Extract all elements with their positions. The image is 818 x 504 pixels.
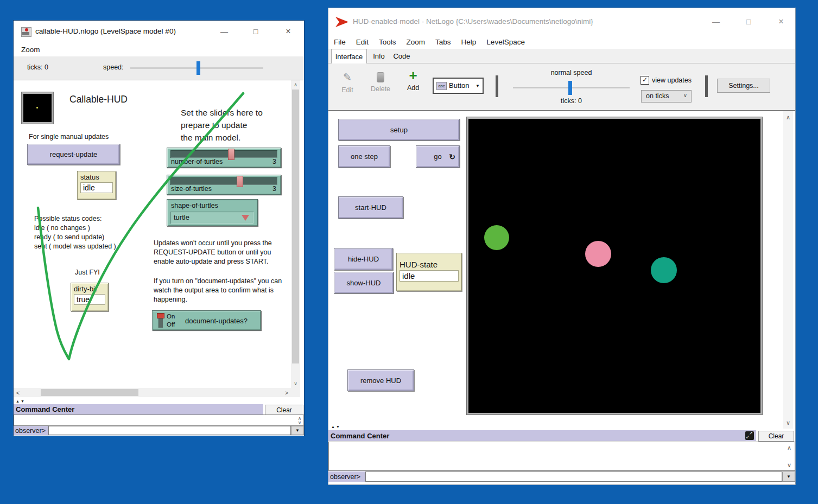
- menu-file[interactable]: File: [334, 38, 346, 46]
- mini-world-view: [22, 92, 53, 124]
- view-updates-checkbox[interactable]: ✓: [641, 76, 649, 85]
- setup-button[interactable]: setup: [338, 119, 460, 141]
- slider-track[interactable]: [170, 177, 277, 185]
- switch-toggle[interactable]: [157, 313, 164, 328]
- hud-state-value: idle: [400, 270, 459, 282]
- history-dropdown-button[interactable]: ▼: [291, 426, 304, 435]
- status-monitor: status idle: [77, 171, 116, 200]
- scroll-down-icon[interactable]: ∨: [783, 419, 793, 426]
- left-vertical-scrollbar[interactable]: ∧ ∨: [291, 80, 300, 388]
- scroll-thumb[interactable]: [292, 90, 299, 363]
- speed-slider-handle[interactable]: [196, 61, 200, 75]
- tab-info[interactable]: Info: [368, 49, 390, 63]
- interface-area: setup one step go ↻ start-HUD hide-HUD s…: [328, 111, 795, 429]
- remove-hud-button[interactable]: remove HUD: [347, 369, 414, 391]
- start-hud-label: start-HUD: [355, 203, 386, 212]
- command-input[interactable]: [365, 471, 782, 482]
- go-button[interactable]: go ↻: [416, 145, 460, 168]
- left-menubar: Zoom: [14, 42, 304, 57]
- add-button[interactable]: + Add: [401, 69, 425, 104]
- update-note-1: Updates won't occur until you press the …: [154, 239, 291, 266]
- chooser-box[interactable]: turtle: [170, 212, 253, 224]
- scroll-up-icon[interactable]: ∧: [786, 445, 792, 450]
- netlogo-logo-icon: [335, 17, 348, 27]
- tab-code[interactable]: Code: [390, 49, 414, 63]
- levelspace-model-window: callable-HUD.nlogo (LevelSpace model #0)…: [14, 21, 304, 436]
- start-hud-button[interactable]: start-HUD: [338, 196, 403, 219]
- scroll-corner: [291, 388, 300, 397]
- command-center-header[interactable]: Command Center: [14, 404, 263, 414]
- sliders-note-line: the main model.: [181, 131, 263, 144]
- request-update-button[interactable]: request-update: [27, 144, 120, 165]
- scroll-down-icon[interactable]: ∨: [291, 379, 300, 388]
- splitter-handle[interactable]: ▲▼: [16, 399, 26, 403]
- left-speed-strip: ticks: 0 speed:: [14, 56, 304, 80]
- switch-off-label: Off: [167, 321, 175, 329]
- hide-hud-button[interactable]: hide-HUD: [334, 248, 393, 270]
- show-hud-button[interactable]: show-HUD: [334, 272, 394, 294]
- menu-zoom[interactable]: Zoom: [407, 38, 426, 46]
- slider-value: 3: [272, 185, 276, 193]
- history-dropdown-button[interactable]: ▼: [782, 471, 795, 482]
- scroll-right-icon[interactable]: >: [282, 388, 291, 397]
- menu-levelspace[interactable]: LevelSpace: [486, 38, 525, 46]
- tab-info-label: Info: [373, 52, 385, 60]
- observer-prompt-label: observer>: [330, 473, 360, 481]
- command-center-header[interactable]: Command Center: [328, 430, 756, 441]
- model-icon-base: [22, 32, 29, 35]
- scroll-down-icon[interactable]: ∨: [786, 462, 792, 468]
- scroll-up-icon[interactable]: ∧: [783, 113, 793, 121]
- slider-label: size-of-turtles: [171, 185, 212, 193]
- left-model-area: Callable-HUD For single manual updates r…: [14, 80, 291, 388]
- scroll-thumb[interactable]: [41, 389, 138, 396]
- menu-tabs[interactable]: Tabs: [435, 38, 451, 46]
- desktop: { "colors": { "desktop": "#0d5fb0", "acc…: [0, 0, 818, 504]
- edit-button[interactable]: ✎ Edit: [335, 71, 360, 104]
- command-center-output[interactable]: ∧ ∨: [14, 414, 304, 426]
- slider-label: number-of-turtles: [171, 158, 223, 165]
- pencil-icon: ✎: [343, 72, 352, 83]
- observer-prompt-label: observer>: [15, 427, 46, 435]
- interface-vertical-scrollbar[interactable]: ∧ ∨: [783, 111, 793, 429]
- slider-track[interactable]: [170, 150, 277, 158]
- scroll-down-icon[interactable]: ∨: [297, 420, 302, 425]
- window-title: callable-HUD.nlogo (LevelSpace model #0): [35, 21, 176, 42]
- clear-button[interactable]: Clear: [758, 431, 794, 442]
- command-center-title: Command Center: [331, 432, 389, 440]
- world-view[interactable]: [467, 117, 762, 414]
- tab-interface[interactable]: Interface: [331, 49, 367, 63]
- menu-edit[interactable]: Edit: [356, 38, 369, 46]
- one-step-button[interactable]: one step: [338, 145, 390, 168]
- close-icon[interactable]: ×: [276, 21, 300, 42]
- chevron-down-icon: [242, 215, 249, 221]
- widget-type-dropdown[interactable]: abc Button ▼: [433, 78, 484, 94]
- chevron-down-icon: ▼: [475, 84, 480, 88]
- clear-button[interactable]: Clear: [265, 405, 303, 415]
- close-icon[interactable]: ×: [769, 8, 793, 35]
- menu-tools[interactable]: Tools: [379, 38, 396, 46]
- minimize-icon[interactable]: —: [704, 8, 728, 35]
- scroll-up-icon[interactable]: ∧: [291, 80, 300, 89]
- scroll-left-icon[interactable]: <: [14, 388, 22, 397]
- document-updates-switch[interactable]: On Off document-updates?: [152, 310, 261, 330]
- menu-help[interactable]: Help: [461, 38, 477, 46]
- maximize-icon[interactable]: □: [737, 8, 760, 35]
- command-input[interactable]: [48, 426, 291, 435]
- delete-button[interactable]: Delete: [366, 71, 395, 104]
- maximize-icon[interactable]: □: [244, 21, 268, 42]
- status-codes-line: ready ( to send update): [34, 233, 116, 242]
- minimize-icon[interactable]: —: [212, 21, 236, 42]
- shape-of-turtles-chooser[interactable]: shape-of-turtles turtle: [167, 199, 258, 226]
- size-of-turtles-slider: size-of-turtles 3: [167, 175, 281, 195]
- single-updates-note: For single manual updates: [29, 133, 109, 141]
- chooser-value: turtle: [174, 213, 189, 221]
- menu-zoom[interactable]: Zoom: [21, 46, 40, 54]
- expand-icon[interactable]: ↗ ↙: [745, 431, 754, 440]
- speed-slider-handle[interactable]: [568, 81, 572, 95]
- update-mode-dropdown[interactable]: on ticks ∨: [641, 90, 692, 103]
- command-center-output[interactable]: ∧ ∨: [328, 442, 795, 471]
- switch-knob[interactable]: [157, 313, 164, 318]
- left-horizontal-scrollbar[interactable]: < >: [14, 388, 291, 397]
- settings-button[interactable]: Settings...: [717, 79, 770, 93]
- splitter-handle[interactable]: ▲▼: [331, 425, 341, 429]
